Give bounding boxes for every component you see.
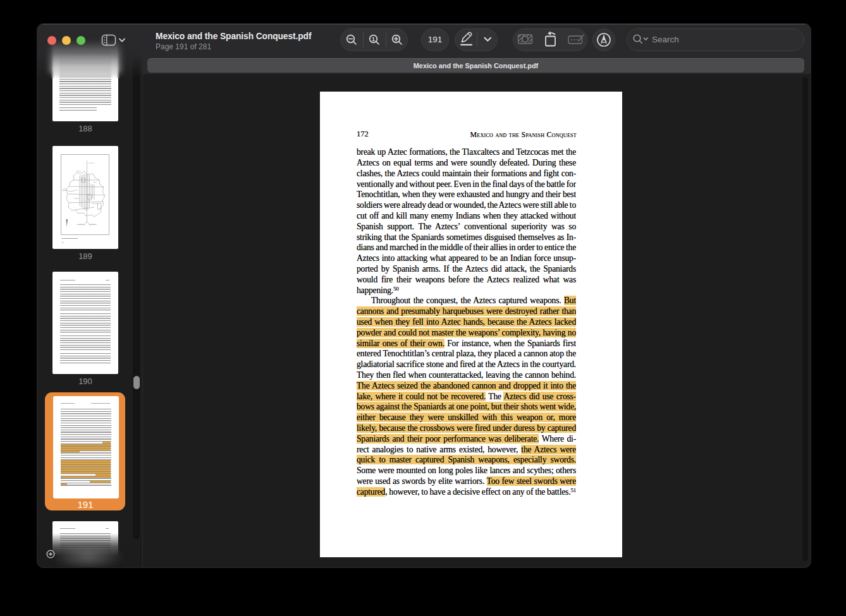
- svg-text:1: 1: [372, 36, 375, 42]
